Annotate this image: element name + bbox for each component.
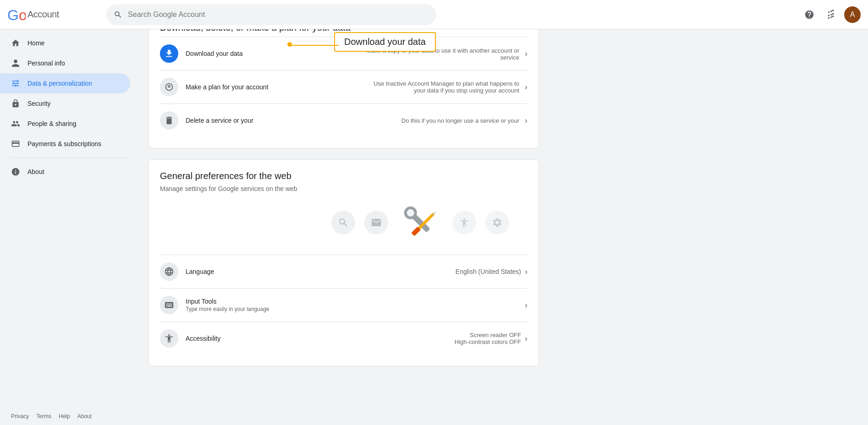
accessibility-item[interactable]: Accessibility Screen reader OFF High-con… (160, 321, 527, 355)
sidebar-item-data-personalization-label: Data & personalization (27, 80, 92, 87)
delete-service-desc: Do this if you no longer use a service o… (401, 117, 519, 124)
search-bar (106, 4, 436, 25)
search-icon (114, 10, 122, 19)
download-data-chevron: › (525, 49, 527, 59)
header-actions: A (800, 5, 861, 24)
language-icon (160, 262, 178, 281)
delete-service-item[interactable]: Delete a service or your Do this if you … (160, 104, 527, 137)
data-actions-card: Download, delete, or make a plan for you… (148, 11, 539, 148)
sidebar-item-payments[interactable]: Payments & subscriptions (0, 134, 130, 154)
google-logo-icon: Google (7, 5, 26, 24)
plan-account-title: Make a plan for your account (186, 83, 363, 91)
tooltip-wrapper: Download your data (334, 32, 436, 52)
person-icon (11, 59, 20, 68)
main-content: Download, delete, or make a plan for you… (137, 0, 550, 388)
delete-service-title: Delete a service or your (186, 117, 401, 124)
input-tools-item[interactable]: Input Tools Type more easily in your lan… (160, 288, 527, 321)
sidebar-item-people-sharing[interactable]: People & sharing (0, 114, 130, 134)
delete-service-chevron: › (525, 116, 527, 125)
download-data-icon (160, 44, 178, 63)
input-tools-title: Input Tools (186, 298, 525, 305)
accessibility-desc: Screen reader OFF High-contrast colors O… (455, 332, 521, 345)
sidebar-item-personal-info-label: Personal info (27, 60, 65, 67)
language-chevron: › (525, 267, 527, 277)
plan-account-icon (160, 78, 178, 96)
sidebar-item-personal-info[interactable]: Personal info (0, 53, 130, 73)
tooltip-label: Download your data (334, 32, 436, 52)
apps-icon (826, 10, 836, 20)
illustration-email-icon (364, 211, 388, 234)
illustration-tools (397, 200, 443, 245)
sidebar-item-about[interactable]: About (0, 162, 130, 182)
plan-account-desc: Use Inactive Account Manager to plan wha… (363, 80, 519, 94)
app-header: Google Account A (0, 0, 868, 29)
preferences-title: General preferences for the web (160, 171, 527, 181)
sidebar-item-home[interactable]: Home (0, 33, 130, 53)
illustration-search-icon (331, 211, 355, 234)
header-account-label: Account (27, 9, 59, 20)
sidebar-item-people-sharing-label: People & sharing (27, 120, 77, 127)
delete-service-content: Delete a service or your (186, 117, 401, 124)
sidebar-item-home-label: Home (27, 39, 44, 47)
language-content: Language (186, 268, 456, 275)
tooltip-dot (287, 42, 292, 47)
input-tools-chevron: › (525, 300, 527, 310)
info-icon (11, 167, 20, 176)
accessibility-chevron: › (525, 334, 527, 343)
google-account-logo[interactable]: Google Account (7, 5, 99, 24)
accessibility-title: Accessibility (186, 335, 455, 342)
delete-service-icon (160, 111, 178, 130)
preferences-illustration (160, 200, 527, 255)
screen-reader-status: Screen reader OFF (455, 332, 521, 338)
input-tools-desc: Type more easily in your language (186, 306, 525, 312)
tune-icon (11, 79, 20, 88)
people-icon (11, 119, 20, 128)
plan-account-item[interactable]: Make a plan for your account Use Inactiv… (160, 70, 527, 104)
apps-button[interactable] (822, 5, 841, 24)
language-item[interactable]: Language English (United States) › (160, 255, 527, 288)
input-tools-content: Input Tools Type more easily in your lan… (186, 298, 525, 312)
sidebar: Home Personal info Data & personalizatio… (0, 29, 137, 388)
plan-account-chevron: › (525, 82, 527, 92)
high-contrast-status: High-contrast colors OFF (455, 338, 521, 345)
sidebar-item-about-label: About (27, 168, 44, 175)
search-input[interactable] (128, 11, 429, 19)
credit-card-icon (11, 139, 20, 148)
sidebar-item-security[interactable]: Security (0, 93, 130, 114)
sidebar-item-data-personalization[interactable]: Data & personalization (0, 73, 130, 93)
home-icon (11, 38, 20, 48)
illustration-settings-icon (485, 211, 509, 234)
language-value: English (United States) (456, 268, 521, 275)
tooltip-arrow-line (288, 45, 339, 46)
keyboard-icon (160, 296, 178, 314)
accessibility-icon (160, 329, 178, 348)
annotation-container: Download your data Make a copy of your d… (160, 37, 527, 70)
sidebar-item-security-label: Security (27, 100, 51, 107)
accessibility-content: Accessibility (186, 335, 455, 342)
plan-account-content: Make a plan for your account (186, 83, 363, 91)
language-title: Language (186, 268, 456, 275)
sidebar-item-payments-label: Payments & subscriptions (27, 140, 101, 147)
avatar[interactable]: A (844, 6, 861, 23)
preferences-card: General preferences for the web Manage s… (148, 159, 539, 366)
illustration-accessibility-icon (452, 211, 476, 234)
help-icon (804, 10, 814, 20)
sidebar-divider (11, 158, 126, 158)
help-button[interactable] (800, 5, 819, 24)
svg-text:Google: Google (7, 7, 26, 23)
lock-icon (11, 99, 20, 108)
preferences-subtitle: Manage settings for Google services on t… (160, 185, 527, 192)
